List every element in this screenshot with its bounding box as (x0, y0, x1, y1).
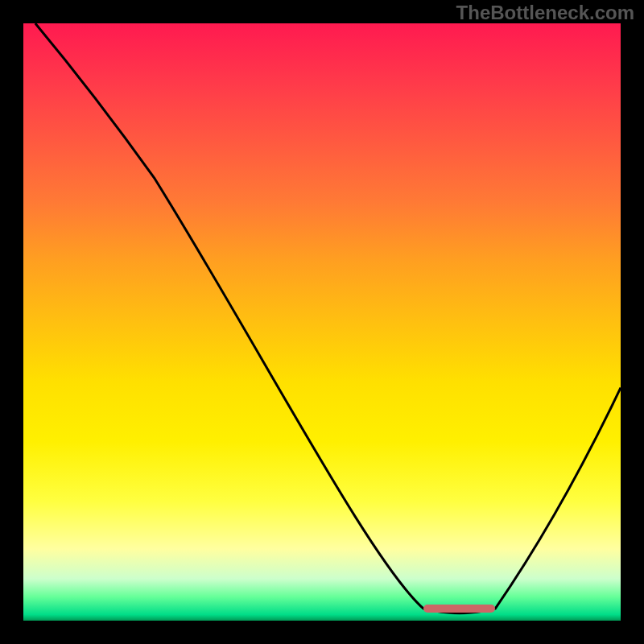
plot-area (23, 23, 621, 621)
watermark-text: TheBottleneck.com (456, 2, 634, 24)
chart-container: TheBottleneck.com (0, 0, 644, 644)
curve-svg (23, 23, 621, 621)
optimal-marker (423, 605, 495, 613)
bottleneck-curve-path (35, 23, 621, 613)
